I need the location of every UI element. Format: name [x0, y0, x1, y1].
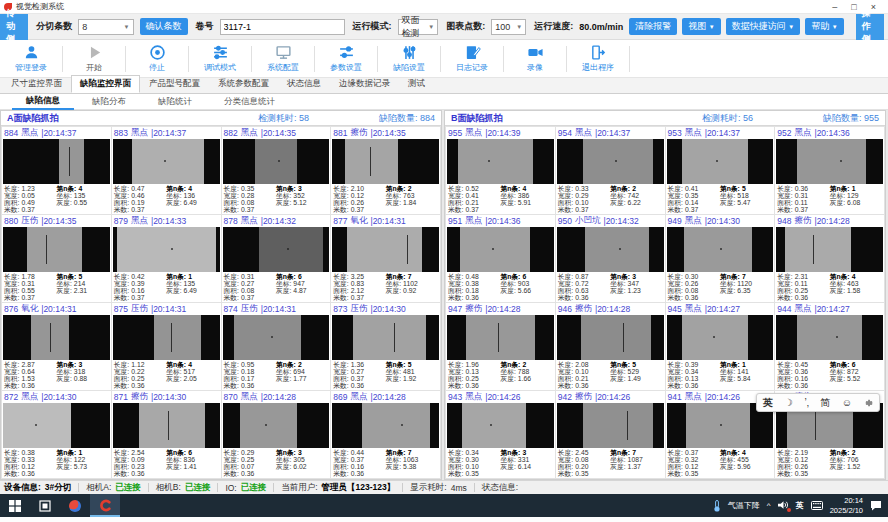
- tab-defect-monitor[interactable]: 缺陷监控界面: [71, 75, 140, 93]
- subtab-defect-info[interactable]: 缺陷信息: [12, 94, 74, 110]
- defect-cell[interactable]: 882黑点|20:14:35 长度:0.35 宽度:0.28 面积:0.08 米…: [222, 127, 331, 214]
- slit-count-select[interactable]: 8▼: [78, 19, 133, 35]
- defect-cell[interactable]: 881擦伤|20:14:35 长度:2.10 宽度:0.12 面积:0.26 米…: [331, 127, 440, 214]
- subtab-defect-distribution[interactable]: 缺陷分布: [78, 95, 140, 109]
- defect-image[interactable]: [447, 403, 554, 448]
- defect-image[interactable]: [113, 227, 220, 272]
- notification-center-icon[interactable]: [870, 500, 882, 511]
- defect-cell[interactable]: 876氧化|20:14:31 长度:2.87 宽度:0.64 面积:1.53 米…: [2, 303, 111, 390]
- defect-image[interactable]: [447, 227, 554, 272]
- confirm-count-button[interactable]: 确认条数: [140, 18, 188, 35]
- defect-cell[interactable]: 952黑点|20:14:36 长度:0.36 宽度:0.31 面积:0.11 米…: [775, 127, 884, 214]
- stop-button[interactable]: 停止: [126, 41, 188, 77]
- record-video-button[interactable]: 录像: [504, 41, 566, 77]
- defect-cell[interactable]: 878黑点|20:14:32 长度:0.31 宽度:0.27 面积:0.08 米…: [222, 215, 331, 302]
- defect-image[interactable]: [3, 315, 110, 360]
- defect-image[interactable]: [113, 139, 220, 184]
- defect-cell[interactable]: 949黑点|20:14:30 长度:0.30 宽度:0.26 面积:0.08 米…: [666, 215, 775, 302]
- defect-image[interactable]: [776, 227, 883, 272]
- tab-product-model-config[interactable]: 产品型号配置: [140, 75, 209, 93]
- start-menu-button[interactable]: [0, 494, 30, 517]
- taskbar-app-inspection[interactable]: [90, 494, 120, 517]
- defect-cell[interactable]: 954黑点|20:14:37 长度:0.33 宽度:0.29 面积:0.10 米…: [556, 127, 665, 214]
- volume-icon[interactable]: [778, 500, 789, 512]
- data-quick-access-button[interactable]: 数据快捷访问 ▼: [726, 18, 800, 35]
- defect-image[interactable]: [776, 139, 883, 184]
- taskbar-app-browser[interactable]: [60, 494, 90, 517]
- chart-points-select[interactable]: 100▼: [491, 19, 526, 35]
- defect-image[interactable]: [557, 403, 664, 448]
- tab-edge-data-record[interactable]: 边缘数据记录: [330, 75, 399, 93]
- defect-image[interactable]: [557, 227, 664, 272]
- defect-cell[interactable]: 955黑点|20:14:39 长度:0.52 宽度:0.41 面积:0.21 米…: [446, 127, 555, 214]
- minimize-button[interactable]: –: [832, 2, 837, 12]
- ime-emoji-button[interactable]: ☺: [842, 397, 852, 408]
- defect-cell[interactable]: 950小凹坑|20:14:32 长度:0.87 宽度:0.72 面积:0.63 …: [556, 215, 665, 302]
- start-button[interactable]: 开始: [63, 41, 125, 77]
- defect-cell[interactable]: 871擦伤|20:14:30 长度:2.54 宽度:0.09 面积:0.23 米…: [112, 391, 221, 478]
- defect-image[interactable]: [776, 315, 883, 360]
- defect-image[interactable]: [557, 139, 664, 184]
- defect-image[interactable]: [332, 315, 439, 360]
- input-language-indicator[interactable]: 英: [796, 500, 804, 511]
- defect-cell[interactable]: 951黑点|20:14:36 长度:0.48 宽度:0.38 面积:0.18 米…: [446, 215, 555, 302]
- ime-simplified-toggle[interactable]: 简: [820, 396, 830, 410]
- defect-cell[interactable]: 883黑点|20:14:37 长度:0.47 宽度:0.46 面积:0.19 米…: [112, 127, 221, 214]
- defect-image[interactable]: [223, 403, 330, 448]
- defect-image[interactable]: [223, 227, 330, 272]
- defect-image[interactable]: [557, 315, 664, 360]
- ime-settings-gear-icon[interactable]: [863, 398, 873, 408]
- defect-settings-button[interactable]: 缺陷设置: [378, 41, 440, 77]
- defect-cell[interactable]: 943黑点|20:14:26 长度:0.34 宽度:0.30 面积:0.10 米…: [446, 391, 555, 478]
- operator-side-button[interactable]: 操作侧: [856, 14, 884, 40]
- task-view-button[interactable]: [30, 494, 60, 517]
- touch-keyboard-icon[interactable]: [811, 501, 823, 510]
- defect-image[interactable]: [667, 139, 774, 184]
- defect-image[interactable]: [332, 139, 439, 184]
- defect-cell[interactable]: 880压伤|20:14:35 长度:1.78 宽度:0.31 面积:0.55 米…: [2, 215, 111, 302]
- defect-cell[interactable]: 944黑点|20:14:27 长度:0.45 宽度:0.36 面积:0.16 米…: [775, 303, 884, 390]
- help-menu-button[interactable]: 帮助 ▼: [805, 18, 843, 35]
- subtab-defect-statistics[interactable]: 缺陷统计: [144, 95, 206, 109]
- ime-moon-icon[interactable]: ☽: [784, 397, 793, 408]
- system-config-button[interactable]: 系统配置: [252, 41, 314, 77]
- roll-number-input[interactable]: [220, 19, 345, 35]
- parameter-settings-button[interactable]: 参数设置: [315, 41, 377, 77]
- defect-cell[interactable]: 879黑点|20:14:33 长度:0.42 宽度:0.39 面积:0.16 米…: [112, 215, 221, 302]
- defect-image[interactable]: [223, 139, 330, 184]
- defect-image[interactable]: [113, 403, 220, 448]
- maximize-button[interactable]: □: [851, 2, 856, 12]
- weather-text[interactable]: 气温下降: [728, 500, 760, 511]
- clear-alarm-button[interactable]: 清除报警: [629, 18, 677, 35]
- drive-side-button[interactable]: 传动侧: [0, 14, 28, 40]
- tray-expand-button[interactable]: ^: [767, 501, 771, 510]
- defect-cell[interactable]: 870黑点|20:14:28 长度:0.29 宽度:0.25 面积:0.07 米…: [222, 391, 331, 478]
- defect-image[interactable]: [3, 139, 110, 184]
- tab-status-info[interactable]: 状态信息: [278, 75, 330, 93]
- defect-cell[interactable]: 873压伤|20:14:30 长度:1.36 宽度:0.27 面积:0.37 米…: [331, 303, 440, 390]
- defect-cell[interactable]: 869黑点|20:14:28 长度:0.44 宽度:0.37 面积:0.16 米…: [331, 391, 440, 478]
- exit-program-button[interactable]: 退出程序: [567, 41, 629, 77]
- defect-cell[interactable]: 875压伤|20:14:31 长度:1.12 宽度:0.22 面积:0.25 米…: [112, 303, 221, 390]
- ime-punctuation-toggle[interactable]: ’‚: [804, 397, 808, 408]
- debug-mode-button[interactable]: 调试模式: [189, 41, 251, 77]
- tab-test[interactable]: 测试: [399, 75, 434, 93]
- defect-cell[interactable]: 872黑点|20:14:30 长度:0.38 宽度:0.33 面积:0.12 米…: [2, 391, 111, 478]
- defect-image[interactable]: [667, 227, 774, 272]
- defect-cell[interactable]: 874压伤|20:14:31 长度:0.95 宽度:0.18 面积:0.17 米…: [222, 303, 331, 390]
- defect-image[interactable]: [3, 227, 110, 272]
- view-menu-button[interactable]: 视图 ▼: [682, 18, 720, 35]
- defect-cell[interactable]: 946擦伤|20:14:28 长度:2.08 宽度:0.10 面积:0.21 米…: [556, 303, 665, 390]
- defect-image[interactable]: [113, 315, 220, 360]
- defect-cell[interactable]: 942擦伤|20:14:26 长度:2.45 宽度:0.08 面积:0.20 米…: [556, 391, 665, 478]
- defect-cell[interactable]: 945黑点|20:14:27 长度:0.39 宽度:0.34 面积:0.13 米…: [666, 303, 775, 390]
- defect-cell[interactable]: 953黑点|20:14:37 长度:0.41 宽度:0.35 面积:0.14 米…: [666, 127, 775, 214]
- defect-image[interactable]: [223, 315, 330, 360]
- tab-system-param-config[interactable]: 系统参数配置: [209, 75, 278, 93]
- defect-cell[interactable]: 947擦伤|20:14:28 长度:1.96 宽度:0.13 面积:0.25 米…: [446, 303, 555, 390]
- defect-cell[interactable]: 884黑点|20:14:37 长度:1.23 宽度:0.05 面积:0.49 米…: [2, 127, 111, 214]
- defect-image[interactable]: [667, 315, 774, 360]
- subtab-class-info-statistics[interactable]: 分类信息统计: [210, 95, 289, 109]
- defect-image[interactable]: [332, 403, 439, 448]
- defect-image[interactable]: [3, 403, 110, 448]
